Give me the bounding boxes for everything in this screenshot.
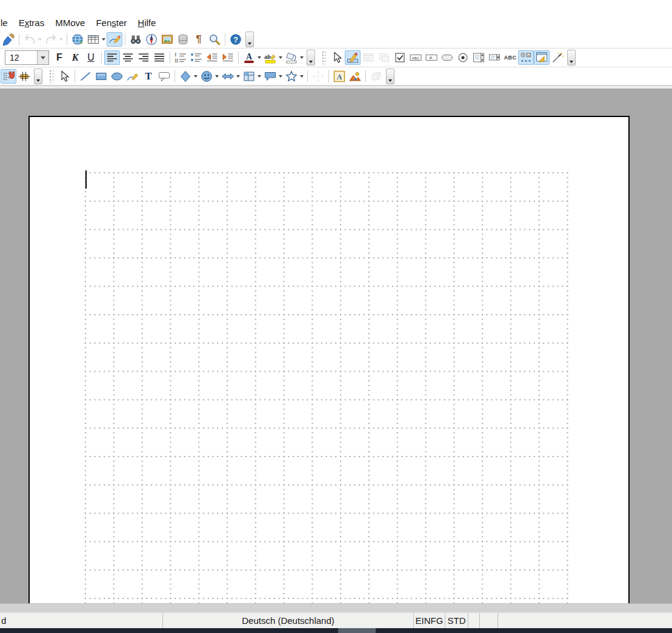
toolbar-drag-handle[interactable] [322, 51, 326, 64]
label-field-button[interactable]: ABC [502, 50, 518, 65]
toolbar-overflow-button[interactable] [34, 69, 42, 84]
form-design-button[interactable] [534, 50, 550, 65]
dropdown-arrow-icon[interactable] [38, 38, 42, 41]
block-arrows-button[interactable] [220, 69, 241, 84]
align-center-button[interactable] [120, 50, 136, 65]
italic-icon: K [68, 51, 82, 64]
text-box-control-button[interactable]: ABC [408, 50, 424, 65]
dropdown-arrow-icon[interactable] [279, 56, 282, 59]
freeform-line-button[interactable] [125, 69, 141, 84]
dropdown-arrow-icon[interactable] [258, 56, 261, 59]
select-button[interactable] [56, 69, 72, 84]
taskbar-button-fragment[interactable] [338, 628, 376, 633]
flowchart-icon [242, 70, 256, 83]
dropdown-arrow-icon[interactable] [194, 75, 198, 78]
design-mode-button[interactable] [345, 50, 361, 65]
display-grid-button[interactable] [1, 69, 16, 84]
align-right-button[interactable] [136, 50, 151, 65]
toolbar-overflow-button[interactable] [386, 69, 394, 84]
insert-rectangle-button[interactable] [93, 69, 109, 84]
increase-indent-button[interactable] [220, 50, 236, 65]
toolbar-separator [170, 52, 170, 64]
dropdown-arrow-icon[interactable] [300, 75, 304, 78]
menu-hilfe[interactable]: Hilfe [132, 16, 161, 29]
toolbar-overflow-button[interactable] [567, 50, 576, 65]
dropdown-arrow-icon[interactable] [102, 38, 105, 41]
bold-button[interactable]: F [52, 50, 67, 65]
zoom-button[interactable] [207, 32, 222, 47]
clone-formatting-button[interactable] [1, 32, 16, 47]
gallery-button[interactable] [159, 32, 175, 47]
star-shapes-button[interactable] [284, 69, 305, 84]
insert-table-button[interactable] [85, 32, 107, 47]
font-size-dropdown-arrow-icon[interactable] [37, 51, 48, 64]
font-size-value[interactable]: 12 [5, 53, 37, 62]
symbol-shapes-button[interactable] [199, 69, 220, 84]
font-color-button[interactable]: A [241, 50, 262, 65]
more-controls-button[interactable] [518, 50, 534, 65]
document-workspace[interactable] [0, 89, 672, 603]
insert-ellipse-button[interactable] [109, 69, 125, 84]
dropdown-arrow-icon[interactable] [300, 56, 304, 59]
formatting-marks-button[interactable]: ¶ [191, 32, 207, 47]
combo-box-control-button[interactable] [487, 50, 502, 65]
toolbar-overflow-button[interactable] [307, 50, 315, 65]
undo-icon [23, 33, 36, 46]
font-size-combobox[interactable]: 12 [5, 50, 49, 65]
menu-le[interactable]: le [0, 16, 13, 29]
status-cell-std[interactable]: STD [445, 613, 468, 628]
status-cell-einfg[interactable]: EINFG [413, 613, 445, 628]
dropdown-arrow-icon[interactable] [215, 75, 219, 78]
insert-line-button[interactable] [78, 69, 93, 84]
menu-extras[interactable]: Extras [13, 16, 50, 29]
toolbar-separator [238, 52, 239, 64]
dropdown-arrow-icon[interactable] [258, 75, 261, 78]
show-draw-functions-button[interactable] [107, 32, 122, 47]
horizontal-scrollbar-track[interactable] [0, 603, 672, 612]
find-replace-button[interactable] [128, 32, 144, 47]
option-button-control-button[interactable] [455, 50, 471, 65]
dropdown-arrow-icon[interactable] [236, 75, 240, 78]
numbered-list-button[interactable]: III [173, 50, 188, 65]
wizards-on-off-button[interactable] [550, 50, 565, 65]
navigator-button[interactable] [144, 32, 159, 47]
select-button[interactable] [329, 50, 345, 65]
formatted-field-button[interactable]: #. [424, 50, 439, 65]
highlighting-button[interactable]: ab [262, 50, 284, 65]
callout-button[interactable] [156, 69, 172, 84]
underline-button[interactable]: U [83, 50, 99, 65]
data-sources-button[interactable] [175, 32, 191, 47]
toolbar-separator [75, 70, 75, 82]
hyperlink-globe-icon [71, 33, 84, 46]
help-button[interactable]: ? [228, 32, 244, 47]
gallery-icon [161, 33, 174, 46]
basic-shapes-button[interactable] [178, 69, 199, 84]
justify-button[interactable] [151, 50, 167, 65]
bullet-list-button[interactable] [188, 50, 204, 65]
fontwork-gallery-button[interactable]: A [331, 69, 347, 84]
italic-button[interactable]: K [67, 50, 83, 65]
menu-mmove[interactable]: MMove [50, 16, 90, 29]
dropdown-arrow-icon[interactable] [279, 75, 282, 78]
redo-button [43, 32, 64, 47]
toolbar-overflow-button[interactable] [245, 32, 254, 47]
align-left-button[interactable] [104, 50, 120, 65]
flowchart-shapes-button[interactable] [241, 69, 262, 84]
dropdown-arrow-icon[interactable] [59, 38, 63, 41]
decrease-indent-button[interactable] [204, 50, 220, 65]
list-box-icon [472, 51, 485, 64]
background-color-button[interactable] [284, 50, 305, 65]
list-box-control-button[interactable] [471, 50, 487, 65]
toolbar-drag-handle[interactable] [49, 70, 53, 83]
status-cell-deutsch-deutschland[interactable]: Deutsch (Deutschland) [162, 613, 413, 628]
insert-picture-button[interactable] [347, 69, 363, 84]
callout-shapes-button[interactable] [262, 69, 284, 84]
checkbox-control-button[interactable] [392, 50, 408, 65]
insert-hyperlink-button[interactable] [70, 32, 85, 47]
document-page[interactable] [28, 116, 630, 603]
insert-text-box-button[interactable]: T [141, 69, 156, 84]
push-button-control-button[interactable] [439, 50, 455, 65]
menu-fenster[interactable]: Fenster [90, 16, 132, 29]
status-cell-d[interactable]: d [0, 613, 162, 628]
helplines-while-moving-button[interactable] [16, 69, 32, 84]
